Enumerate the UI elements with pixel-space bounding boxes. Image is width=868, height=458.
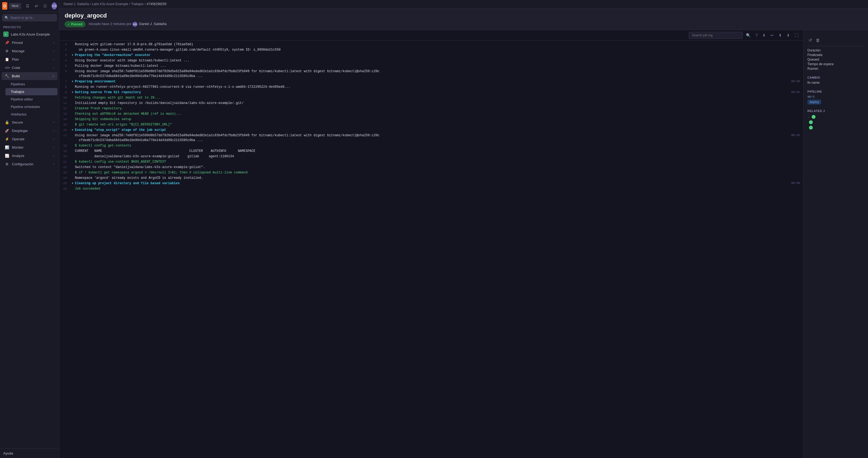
line-content: $ if ! kubectl get namespace argocd > /d… bbox=[75, 170, 803, 175]
log-line: 3 ▾ Preparing the "docker+machine" execu… bbox=[59, 53, 803, 58]
operate-icon: ⚡ bbox=[5, 137, 9, 141]
monitor-icon: 📊 bbox=[5, 145, 9, 150]
copy-icon[interactable]: ⎘ bbox=[813, 95, 815, 98]
nav-item-desplegar[interactable]: 🚀 Desplegar › bbox=[2, 127, 57, 135]
nav-item-code[interactable]: </> Code › bbox=[2, 64, 57, 72]
chevron-icon: › bbox=[53, 163, 54, 166]
search-button[interactable]: 🔍 bbox=[744, 32, 752, 38]
line-number: 15 bbox=[59, 122, 70, 127]
sidebar-footer[interactable]: Ayuda bbox=[0, 448, 59, 458]
project-item[interactable]: L Labs K3s Azure Example bbox=[0, 30, 59, 38]
wrap-button[interactable]: ↩ bbox=[769, 32, 775, 38]
user-avatar[interactable]: DJS bbox=[52, 2, 57, 9]
nav-item-operate[interactable]: ⚡ Operate › bbox=[2, 135, 57, 143]
todo-button[interactable]: ☑ bbox=[41, 3, 49, 9]
related-job-status-icon: ✓ bbox=[809, 120, 813, 124]
line-number: 7 bbox=[59, 79, 70, 84]
nav-label-code: Code bbox=[12, 66, 51, 70]
line-content: Getting source from Git repository bbox=[75, 90, 791, 95]
line-content: CURRENT NAME CLUSTER AUTHINFO NAMESPACE bbox=[75, 149, 803, 154]
secure-icon: 🔒 bbox=[5, 120, 9, 124]
log-line: 9 ▾ Getting source from Git repository 0… bbox=[59, 90, 803, 95]
log-line: 25 ▾ Cleaning up project directory and f… bbox=[59, 181, 803, 186]
related-job-status-icon: ✓ bbox=[809, 126, 813, 130]
nav-label-desplegar: Desplegar bbox=[12, 129, 51, 133]
next-button[interactable]: Next bbox=[9, 3, 21, 9]
nav-item-secure[interactable]: 🔒 Secure › bbox=[2, 119, 57, 126]
fullscreen-button[interactable]: ⛶ bbox=[793, 32, 800, 38]
time-label: Tiempo de espera: bbox=[807, 62, 864, 66]
subnav-pipeline-schedules[interactable]: Pipeline schedules bbox=[5, 103, 57, 110]
line-content: Job succeeded bbox=[75, 186, 803, 191]
nav-item-analyze[interactable]: 📈 Analyze › bbox=[2, 152, 57, 160]
job-meta: Iniciado hace 2 minutos por DJS Daniel J… bbox=[89, 22, 166, 27]
line-number: 20 bbox=[59, 154, 70, 159]
pipeline-title: Pipeline bbox=[807, 90, 864, 93]
log-toolbar: 🔍 ? ⬇ ↩ ⬆ ⬇ ⛶ bbox=[59, 30, 803, 41]
breadcrumb-user[interactable]: Daniel J. Saldaña bbox=[64, 2, 89, 6]
deploy-badge[interactable]: deploy bbox=[807, 100, 821, 104]
log-line: 19 CURRENT NAME CLUSTER AUTHINFO NAMESPA… bbox=[59, 149, 803, 154]
chevron-down-icon: ∨ bbox=[52, 74, 54, 77]
log-panel[interactable]: 🔍 ? ⬇ ↩ ⬆ ⬇ ⛶ 1 Running with gitlab-runn… bbox=[59, 30, 803, 458]
merge-request-button[interactable]: ⇄ bbox=[33, 3, 40, 9]
subnav-trabajos[interactable]: Trabajos bbox=[5, 88, 57, 95]
breadcrumb-jobs[interactable]: Trabajos bbox=[131, 2, 144, 6]
line-number: 21 bbox=[59, 159, 70, 164]
line-content: Namespace 'argocd' already exists and Ar… bbox=[75, 175, 803, 181]
chevron-icon: › bbox=[53, 66, 54, 69]
plan-icon: 📋 bbox=[5, 57, 9, 61]
related-job-item: ✓ bbox=[807, 125, 864, 130]
sidebar-header: G Next ☰ ⇄ ☑ DJS bbox=[0, 0, 59, 12]
download-button[interactable]: ⬇ bbox=[761, 32, 767, 38]
nav-label-plan: Plan bbox=[12, 57, 51, 61]
nav-label-manage: Manage bbox=[12, 49, 51, 53]
line-content: Initialized empty Git repository in /bui… bbox=[75, 101, 803, 105]
nav-item-build[interactable]: 🔨 Build ∨ bbox=[2, 72, 57, 80]
search-input[interactable] bbox=[689, 32, 743, 39]
help-button[interactable]: ? bbox=[754, 32, 759, 38]
job-status-row: ✓ Passed Iniciado hace 2 minutos por DJS… bbox=[65, 21, 863, 27]
breadcrumb-project[interactable]: Labs K3s Azure Example bbox=[92, 2, 128, 6]
chevron-icon: › bbox=[53, 138, 54, 140]
log-line: 1 Running with gitlab-runner 17.0.0~pre.… bbox=[59, 42, 803, 47]
nav-item-pinned[interactable]: 📌 Pinned › bbox=[2, 39, 57, 46]
cambio-section: Cambio fix name bbox=[807, 76, 864, 85]
delete-button[interactable]: 🗑 bbox=[815, 37, 821, 44]
line-content: Switched to context "danieljsaldana/labs… bbox=[75, 165, 803, 170]
nav-label-pinned: Pinned bbox=[12, 41, 51, 45]
line-content: Cleaning up project directory and file b… bbox=[75, 181, 791, 186]
related-job-item: → ✓ bbox=[807, 114, 864, 120]
code-icon: </> bbox=[5, 66, 9, 70]
chevron-icon: › bbox=[53, 154, 54, 157]
retry-button[interactable]: ↺ bbox=[807, 37, 813, 44]
line-content: Pulling docker image bitnami/kubectl:lat… bbox=[75, 64, 803, 68]
pipeline-link[interactable]: ain ⎘ bbox=[807, 95, 864, 99]
scroll-bottom-button[interactable]: ⬇ bbox=[785, 32, 792, 38]
related-jobs-title: Related j bbox=[807, 109, 864, 112]
nav-item-plan[interactable]: 📋 Plan › bbox=[2, 56, 57, 63]
status-label: Passed bbox=[71, 22, 83, 26]
author-avatar: DJS bbox=[132, 22, 137, 27]
subnav-pipelines[interactable]: Pipelines bbox=[5, 80, 57, 88]
line-number: 24 bbox=[59, 175, 70, 181]
line-number: 9 bbox=[59, 90, 70, 95]
subnav-artefactos[interactable]: Artefactos bbox=[5, 111, 57, 118]
nav-item-manage[interactable]: ⚙ Manage › bbox=[2, 47, 57, 55]
log-line: 11 Initialized empty Git repository in /… bbox=[59, 100, 803, 106]
nav-item-configuracion[interactable]: ⚙ Configuración › bbox=[2, 160, 57, 168]
build-icon: 🔨 bbox=[5, 74, 9, 78]
scroll-top-button[interactable]: ⬆ bbox=[777, 32, 783, 38]
search-box[interactable]: 🔍 Search or go to... bbox=[2, 14, 57, 21]
sidebar-toggle-button[interactable]: ☰ bbox=[24, 3, 32, 9]
line-content: $ kubectl config use-context $K8S_AGENT_… bbox=[75, 159, 803, 164]
nav-item-monitor[interactable]: 📊 Monitor › bbox=[2, 143, 57, 151]
log-line: 23 $ if ! kubectl get namespace argocd >… bbox=[59, 170, 803, 175]
pipeline-value: ain bbox=[807, 95, 812, 99]
nav-label-configuracion: Configuración bbox=[12, 162, 51, 166]
line-content: Created fresh repository. bbox=[75, 106, 803, 111]
author-name: Daniel J. Saldaña bbox=[139, 22, 166, 26]
line-number: 8 bbox=[59, 85, 70, 89]
gitlab-logo[interactable]: G bbox=[2, 2, 7, 10]
subnav-pipeline-editor[interactable]: Pipeline editor bbox=[5, 96, 57, 103]
